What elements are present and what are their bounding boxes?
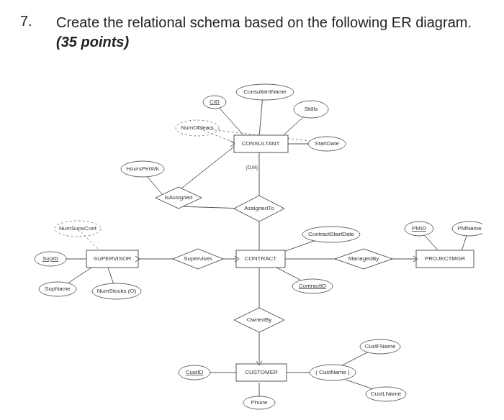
attr-startdate: StartDate (308, 137, 346, 151)
svg-text:ManagedBy: ManagedBy (348, 255, 379, 262)
entity-contract: CONTRACT (236, 250, 285, 268)
attr-contractid: ContractID (292, 279, 333, 293)
svg-text:SUPERVISOR: SUPERVISOR (94, 255, 132, 262)
svg-text:CONSULTANT: CONSULTANT (241, 140, 279, 147)
svg-text:CONTRACT: CONTRACT (245, 255, 277, 262)
entity-supervisor: SUPERVISOR (86, 250, 138, 268)
attr-numstocks: NumStocks (O) (92, 283, 141, 299)
svg-text:Phone: Phone (251, 399, 268, 406)
attr-cid: CID (203, 96, 226, 109)
svg-text:StartDate: StartDate (315, 140, 339, 147)
svg-text:PROJECTMGR: PROJECTMGR (425, 255, 465, 262)
svg-text:IsAssigned: IsAssigned (164, 194, 192, 201)
svg-text:CID: CID (210, 99, 220, 105)
attr-consultantname: ConsultantName (236, 84, 294, 100)
attr-pmname: PMName (452, 222, 482, 236)
entity-projectmgr: PROJECTMGR (416, 250, 474, 268)
svg-text:NumStocks (O): NumStocks (O) (97, 288, 137, 294)
question-text: Create the relational schema based on th… (56, 13, 482, 52)
svg-text:PMName: PMName (457, 225, 482, 232)
attr-phone: Phone (243, 396, 275, 409)
attr-contractstartdate: ContractStartDate (302, 227, 360, 242)
attr-numsupvcont: NumSupvCont (55, 221, 101, 237)
svg-text:ContractID: ContractID (299, 283, 326, 289)
rel-managedby: ManagedBy (335, 249, 392, 269)
svg-text:( CustName ): ( CustName ) (315, 369, 350, 375)
attr-supid: SupID (35, 252, 66, 266)
attr-pmid: PMID (405, 222, 433, 236)
attr-hoursperwk: HoursPerWk (121, 161, 164, 177)
svg-text:NumOfYears: NumOfYears (181, 124, 214, 131)
attr-custname: ( CustName ) (310, 365, 356, 380)
er-diagram: (0,M) (22, 72, 482, 410)
entity-customer: CUSTOMER (236, 364, 287, 381)
svg-text:Skills: Skills (305, 106, 318, 112)
card-consultant-assignedto: (0,M) (246, 165, 258, 170)
svg-text:Supervises: Supervises (184, 255, 212, 262)
svg-line-8 (179, 144, 238, 191)
question-body: Create the relational schema based on th… (56, 14, 472, 30)
rel-supervises: Supervises (173, 249, 223, 269)
rel-ownedby: OwnedBy (234, 308, 284, 332)
svg-text:CustID: CustID (186, 369, 204, 375)
svg-text:HoursPerWk: HoursPerWk (126, 165, 159, 172)
page-container: 7. Create the relational schema based on… (0, 0, 504, 420)
svg-text:NumSupvCont: NumSupvCont (59, 225, 97, 232)
svg-text:OwnedBy: OwnedBy (247, 316, 272, 323)
attr-numofyears: NumOfYears (176, 120, 219, 136)
entity-consultant: CONSULTANT (234, 135, 288, 152)
svg-text:PMID: PMID (412, 225, 426, 232)
attr-supname: SupName (39, 282, 76, 296)
attr-custfname: CustFName (360, 339, 400, 354)
question-number: 7. (20, 13, 32, 29)
svg-text:ContractStartDate: ContractStartDate (308, 231, 355, 237)
rel-isassigned: IsAssigned (156, 187, 202, 209)
svg-line-1 (259, 95, 263, 137)
svg-line-0 (216, 104, 245, 137)
er-svg: (0,M) (22, 72, 482, 410)
svg-text:AssignedTo: AssignedTo (244, 205, 274, 211)
svg-text:SupName: SupName (45, 286, 71, 292)
svg-text:CustFName: CustFName (365, 343, 396, 350)
svg-text:CustLName: CustLName (371, 391, 402, 397)
svg-text:SupID: SupID (42, 255, 58, 262)
svg-text:ConsultantName: ConsultantName (243, 88, 287, 95)
attr-custid: CustID (179, 365, 210, 380)
question-points: (35 points) (56, 34, 129, 50)
svg-line-13 (81, 232, 101, 252)
rel-assignedto: AssignedTo (234, 196, 284, 222)
svg-text:CUSTOMER: CUSTOMER (245, 369, 278, 375)
attr-skills: Skills (294, 101, 328, 118)
attr-custlname: CustLName (366, 387, 406, 401)
